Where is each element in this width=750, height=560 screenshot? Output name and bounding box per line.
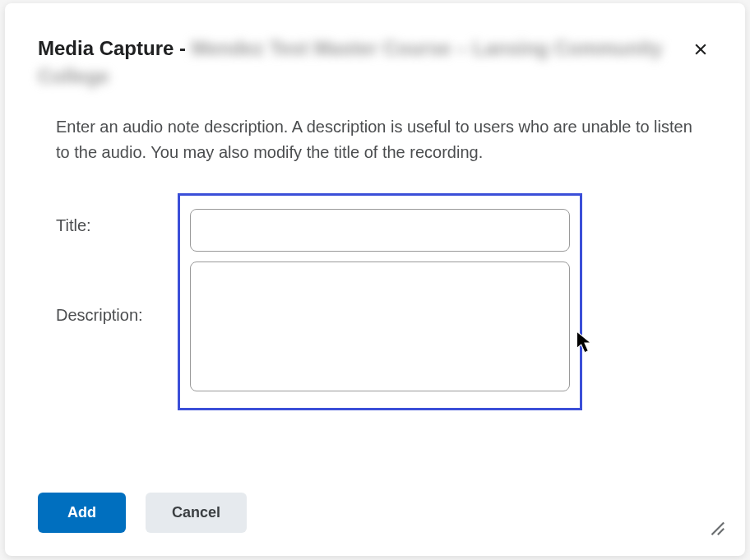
svg-line-2	[712, 523, 725, 535]
form-area: Title: Description:	[56, 193, 694, 410]
description-input[interactable]	[190, 261, 570, 391]
dialog-title: Media Capture - Mendez Test Master Cours…	[38, 35, 679, 90]
labels-column: Title: Description:	[56, 193, 178, 410]
instructions-text: Enter an audio note description. A descr…	[56, 114, 694, 165]
dialog-header: Media Capture - Mendez Test Master Cours…	[5, 3, 745, 98]
dialog-footer: Add Cancel	[38, 493, 712, 533]
title-label: Title:	[56, 216, 178, 235]
dialog-title-prefix: Media Capture -	[38, 37, 192, 59]
description-label: Description:	[56, 306, 178, 325]
svg-line-3	[718, 529, 724, 535]
inputs-highlight-box	[178, 193, 582, 410]
add-button[interactable]: Add	[38, 493, 126, 533]
title-input[interactable]	[190, 209, 570, 252]
dialog-body: Enter an audio note description. A descr…	[5, 98, 745, 419]
resize-icon	[707, 518, 725, 536]
resize-handle[interactable]	[707, 518, 725, 536]
media-capture-dialog: Media Capture - Mendez Test Master Cours…	[5, 3, 745, 556]
close-icon	[692, 41, 709, 58]
cancel-button[interactable]: Cancel	[146, 493, 247, 533]
close-button[interactable]	[689, 38, 712, 63]
